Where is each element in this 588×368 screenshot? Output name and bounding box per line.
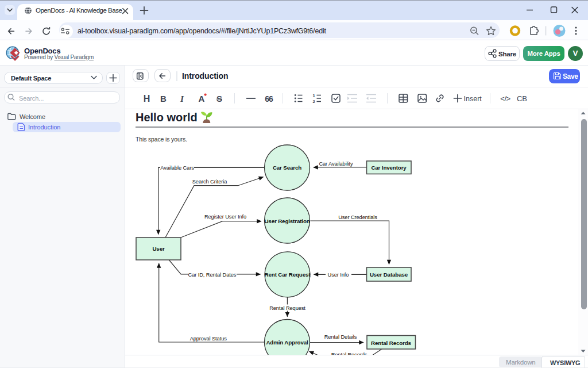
svg-text:I: I <box>180 94 184 103</box>
svg-text:A: A <box>199 94 205 103</box>
svg-text:66: 66 <box>265 94 273 103</box>
svg-text:H: H <box>144 94 150 103</box>
svg-text:Share: Share <box>498 51 516 57</box>
svg-text:CB: CB <box>517 94 527 103</box>
svg-text:Insert: Insert <box>464 95 482 103</box>
svg-text:</>: </> <box>500 94 510 103</box>
svg-text:2: 2 <box>312 99 315 104</box>
svg-text:1: 1 <box>312 93 315 98</box>
svg-text:B: B <box>160 94 167 103</box>
svg-text:S: S <box>216 94 222 103</box>
